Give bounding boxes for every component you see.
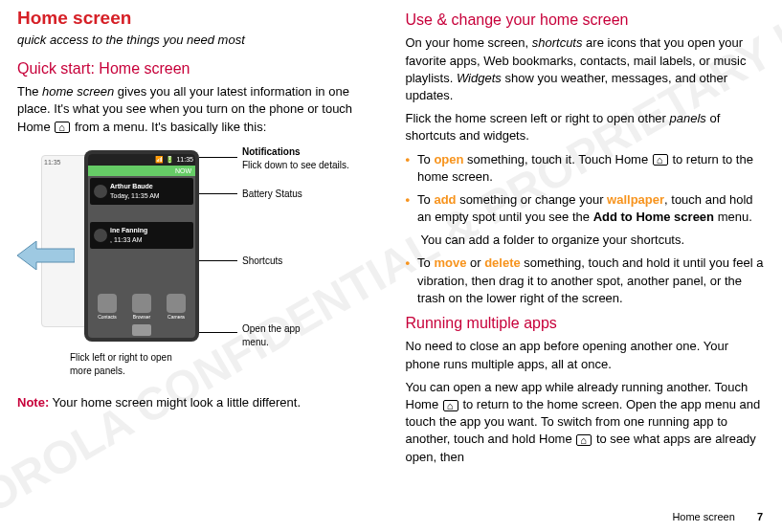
anno-battery: Battery Status — [242, 188, 302, 201]
section-multiple-apps: Running multiple apps — [406, 313, 766, 334]
paragraph: Flick the home screen left or right to o… — [406, 110, 766, 144]
section-use-change: Use & change your home screen — [406, 10, 766, 31]
shortcut-row: Contacts Browser Camera — [88, 294, 195, 321]
home-icon — [576, 434, 592, 446]
shortcut-browser: Browser — [128, 294, 155, 321]
shortcut-label: Camera — [163, 314, 190, 321]
leader-line — [199, 260, 237, 261]
anno-title: Notifications — [242, 145, 349, 159]
note-paragraph: Note: Your home screen might look a litt… — [17, 394, 377, 411]
shortcut-contacts: Contacts — [94, 294, 121, 321]
shortcut-camera: Camera — [163, 294, 190, 321]
left-column: Home screen quick access to the things y… — [17, 6, 377, 472]
list-item: To open something, touch it. Touch Home … — [406, 151, 766, 186]
page-number: 7 — [757, 511, 763, 522]
section-quick-start: Quick start: Home screen — [17, 58, 377, 79]
phone-frame: 📶 🔋 11:35 NOW Arthur Baude Today, 11:35 … — [84, 150, 199, 342]
paragraph: On your home screen, shortcuts are icons… — [406, 34, 766, 104]
paragraph: No need to close an app before opening a… — [406, 338, 766, 372]
app-drawer-icon — [132, 324, 151, 336]
action-delete: delete — [484, 255, 521, 270]
text: something or change your — [457, 192, 608, 207]
page-footer: Home screen 7 — [672, 510, 763, 524]
menu-add-to-home: Add to Home screen — [593, 210, 714, 224]
action-move: move — [434, 255, 466, 270]
paragraph: You can add a folder to organize your sh… — [421, 232, 766, 249]
leader-line — [199, 332, 237, 333]
text: To — [417, 255, 434, 270]
anno-appmenu: Open the app menu. — [242, 322, 309, 349]
anno-shortcuts: Shortcuts — [242, 255, 282, 268]
browser-icon — [132, 294, 151, 313]
action-wallpaper: wallpaper — [607, 192, 664, 207]
contact-sub: Today, 11:35 AM — [110, 191, 160, 201]
home-icon — [443, 400, 458, 411]
status-time: 11:35 — [176, 155, 193, 165]
contact-name: ine Fanning — [110, 226, 147, 235]
contact-card-2: ine Fanning , 11:33 AM — [90, 222, 193, 249]
home-icon — [55, 122, 70, 133]
anno-sub: Flick down to see details. — [242, 159, 349, 172]
footer-section: Home screen — [672, 511, 734, 522]
now-banner: NOW — [88, 166, 195, 177]
action-open: open — [434, 152, 463, 166]
text: The — [17, 84, 42, 99]
anno-flick: Flick left or right to open more panels. — [70, 351, 194, 378]
text: from a menu. It's basically like this: — [71, 120, 266, 134]
note-label: Note: — [17, 395, 49, 410]
term-panels: panels — [670, 111, 706, 125]
avatar — [94, 185, 107, 198]
contact-card-1: Arthur Baude Today, 11:35 AM — [90, 178, 193, 205]
status-bar: 📶 🔋 11:35 — [88, 154, 195, 166]
text: or — [466, 255, 484, 270]
list-item: To move or delete something, touch and h… — [406, 255, 766, 307]
text: On your home screen, — [406, 35, 532, 50]
shortcut-label: Contacts — [94, 314, 121, 321]
text: something, touch it. Touch Home — [463, 152, 651, 166]
term-home-screen: home screen — [42, 84, 114, 99]
action-add: add — [434, 192, 456, 207]
intro-paragraph: The home screen gives you all your lates… — [17, 83, 377, 136]
signal-icon: 📶 — [155, 155, 164, 165]
main-title: Home screen — [17, 6, 377, 32]
flick-arrow-icon — [17, 241, 75, 270]
text: Flick the home screen left or right to o… — [406, 111, 670, 125]
term-shortcuts: shortcuts — [532, 35, 583, 50]
leader-line — [199, 193, 237, 194]
paragraph: You can open a new app while already run… — [406, 379, 766, 466]
list-item: To add something or change your wallpape… — [406, 191, 766, 226]
text: To — [417, 192, 434, 207]
term-widgets: Widgets — [457, 71, 502, 85]
page-content: Home screen quick access to the things y… — [0, 0, 782, 472]
right-column: Use & change your home screen On your ho… — [406, 6, 766, 472]
note-text: Your home screen might look a little dif… — [49, 395, 301, 410]
svg-marker-0 — [17, 241, 75, 270]
leader-line — [199, 157, 237, 158]
text: To — [417, 152, 434, 166]
avatar — [94, 229, 107, 242]
text: menu. — [714, 210, 752, 224]
shortcut-label: Browser — [128, 314, 155, 321]
contacts-icon — [98, 294, 117, 313]
anno-notifications: Notifications Flick down to see details. — [242, 145, 349, 172]
camera-icon — [167, 294, 186, 313]
phone-screen: 📶 🔋 11:35 NOW Arthur Baude Today, 11:35 … — [88, 154, 195, 338]
bullet-list: To open something, touch it. Touch Home … — [406, 151, 766, 227]
contact-sub: , 11:33 AM — [110, 235, 147, 245]
home-icon — [653, 154, 668, 166]
battery-icon: 🔋 — [166, 155, 174, 165]
contact-name: Arthur Baude — [110, 182, 160, 191]
subtitle: quick access to the things you need most — [17, 32, 377, 49]
phone-mockup-area: 11:35 📶 🔋 11:35 NOW Arthur Baude — [17, 145, 377, 385]
bullet-list: To move or delete something, touch and h… — [406, 255, 766, 307]
